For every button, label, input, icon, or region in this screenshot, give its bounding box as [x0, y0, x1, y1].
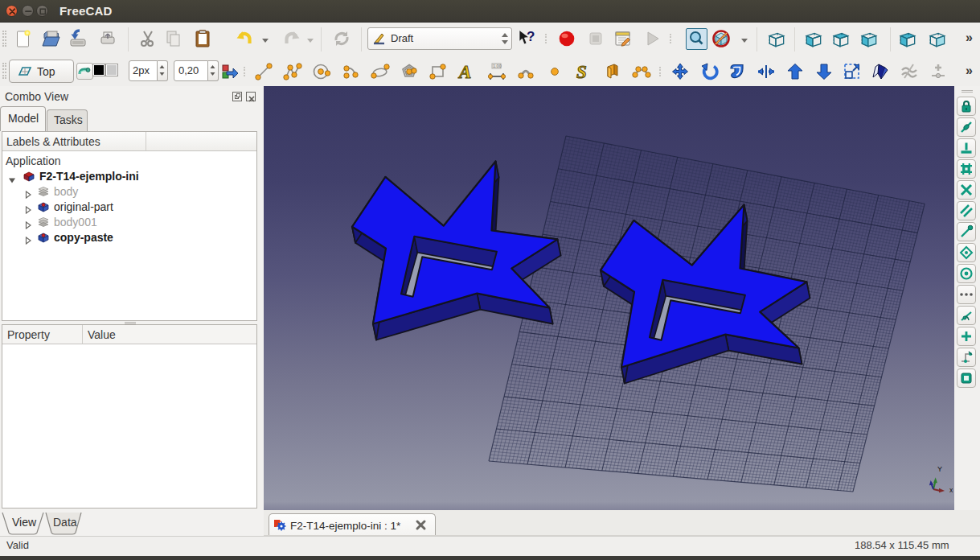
svg-text:1.00: 1.00: [493, 64, 502, 68]
svg-text:S: S: [576, 62, 587, 81]
svg-text:A: A: [457, 62, 471, 81]
svg-text:x: x: [949, 486, 953, 494]
svg-text:Y: Y: [937, 465, 942, 473]
svg-text:?: ?: [527, 29, 535, 44]
